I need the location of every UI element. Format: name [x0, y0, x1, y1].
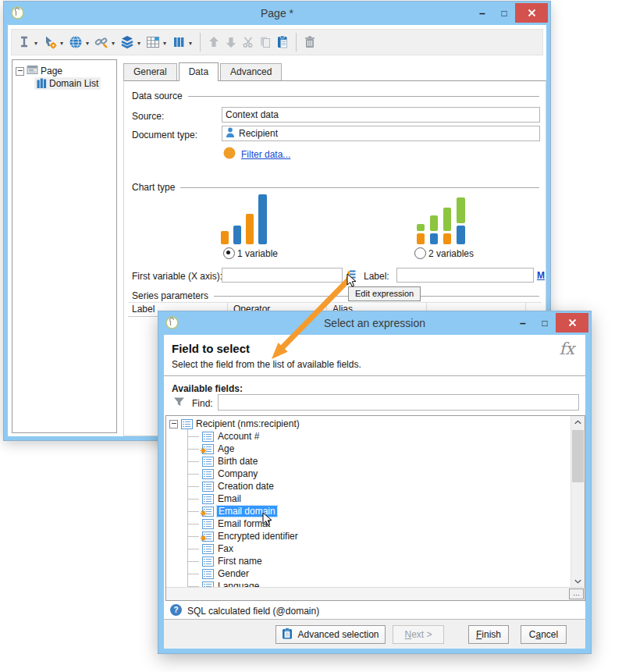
vertical-scrollbar[interactable]	[570, 416, 585, 587]
dialog-titlebar: Select an expression – □	[158, 311, 591, 335]
filter-status-icon	[223, 147, 236, 162]
mouse-cursor	[347, 273, 357, 291]
chart1-bar	[233, 226, 241, 244]
help-icon: ?	[170, 604, 182, 616]
collapse-expander-icon[interactable]	[169, 420, 178, 428]
field-label: First name	[218, 556, 262, 567]
field-list-icon	[202, 469, 214, 479]
layers-icon[interactable]	[119, 32, 136, 52]
find-input[interactable]	[218, 394, 579, 411]
scroll-down-button[interactable]	[571, 575, 585, 587]
scrollbar-thumb[interactable]	[572, 430, 584, 482]
list-item[interactable]: Fax	[187, 542, 233, 555]
list-item[interactable]: Creation date	[187, 480, 274, 492]
list-item[interactable]: Email format	[187, 517, 270, 530]
globe-dropdown-caret[interactable]: ▾	[86, 40, 89, 47]
list-item[interactable]: Company	[187, 468, 258, 480]
chart2-bar	[417, 233, 425, 244]
maximize-button[interactable]: □	[493, 3, 515, 23]
chart1-bar	[221, 231, 229, 244]
list-item[interactable]: Age	[187, 443, 234, 455]
tree-item-domain-list[interactable]: Domain List	[34, 77, 101, 90]
advanced-selection-label: Advanced selection	[297, 629, 379, 640]
find-label: Find:	[192, 398, 213, 409]
list-item[interactable]: First name	[187, 555, 262, 567]
close-button[interactable]	[515, 3, 548, 23]
axis-label-input[interactable]	[396, 268, 534, 283]
advanced-selection-button[interactable]: Advanced selection	[275, 625, 386, 644]
minimize-button[interactable]: –	[512, 313, 534, 332]
source-field[interactable]: Context data	[222, 107, 540, 123]
table-grid-icon[interactable]	[144, 32, 162, 52]
list-item-root[interactable]: Recipient (nms:recipient)	[169, 418, 300, 430]
list-item[interactable]: Gender	[187, 567, 249, 580]
layers-dropdown-caret[interactable]: ▾	[137, 40, 140, 47]
close-button[interactable]	[556, 313, 588, 332]
document-type-field[interactable]: Recipient	[222, 126, 540, 141]
source-label: Source:	[132, 111, 164, 122]
activity-dropdown-caret[interactable]: ▾	[34, 40, 37, 47]
link-icon[interactable]	[93, 32, 110, 52]
x-axis-input[interactable]	[222, 268, 343, 283]
tree-item-label: Page	[41, 66, 62, 76]
field-list-icon	[202, 544, 214, 554]
bar-chart-node-icon	[37, 77, 47, 91]
chart2-bar	[457, 226, 465, 244]
chart2-bar	[443, 233, 451, 244]
toolbar-separator	[296, 33, 297, 52]
screen: Page * – □ ▾ ▾ ▾ ▾ ▾ ▾ ▾	[0, 0, 622, 672]
link-dropdown-caret[interactable]: ▾	[112, 40, 115, 47]
columns-dropdown-caret[interactable]: ▾	[189, 40, 192, 47]
activity-tool-icon[interactable]	[16, 32, 33, 52]
column-header-label[interactable]: Label	[132, 304, 155, 315]
chart2-bar	[443, 208, 451, 231]
ellipsis-button[interactable]: …	[569, 588, 584, 599]
copy-icon	[257, 32, 274, 52]
field-label: Account #	[218, 431, 259, 442]
list-item[interactable]: Birth date	[187, 455, 258, 468]
collapse-expander-icon[interactable]	[16, 67, 24, 76]
two-variables-label: 2 variables	[428, 248, 474, 259]
one-variable-radio[interactable]	[223, 247, 235, 259]
tab-general[interactable]: General	[123, 63, 177, 80]
dialog-client: Field to select Select the field from th…	[164, 335, 585, 648]
cut-icon	[240, 32, 257, 52]
table-dropdown-caret[interactable]: ▾	[163, 40, 166, 47]
delete-trash-icon[interactable]	[301, 32, 318, 52]
field-label: Birth date	[218, 456, 258, 467]
field-list-icon	[202, 457, 214, 467]
list-item[interactable]: Account #	[187, 430, 259, 443]
scroll-up-button[interactable]	[571, 416, 585, 428]
field-list-icon	[202, 444, 214, 454]
dialog-button-bar: Advanced selection Next > Finish Cancel	[164, 619, 585, 649]
maximize-button[interactable]: □	[534, 313, 556, 332]
tab-data[interactable]: Data	[179, 62, 219, 81]
minimize-button[interactable]: –	[471, 3, 493, 23]
tab-advanced[interactable]: Advanced	[220, 63, 282, 80]
tree-item-page[interactable]: Page	[16, 65, 62, 77]
cancel-button[interactable]: Cancel	[521, 625, 567, 644]
two-variables-radio[interactable]	[414, 247, 426, 259]
field-list-icon	[202, 494, 214, 504]
status-text: SQL calculated field (@domain)	[187, 606, 319, 617]
columns-chart-icon[interactable]	[170, 32, 187, 52]
field-label: Company	[218, 468, 258, 479]
field-label: Gender	[218, 568, 249, 579]
pointer-dropdown-caret[interactable]: ▾	[60, 40, 63, 47]
filter-data-link[interactable]: Filter data...	[241, 149, 290, 160]
page-titlebar: Page * – □	[4, 2, 550, 25]
paste-icon[interactable]	[274, 32, 291, 52]
chart-type-group-header: Chart type	[132, 182, 539, 193]
globe-icon[interactable]	[67, 32, 84, 52]
document-type-value: Recipient	[239, 128, 278, 139]
finish-button[interactable]: Finish	[468, 625, 509, 644]
field-label: Email	[218, 493, 241, 504]
field-label: Age	[218, 443, 234, 454]
clipboard-icon	[282, 628, 293, 642]
chart1-bar	[258, 194, 267, 244]
m-link[interactable]: M	[537, 270, 545, 281]
pointer-settings-icon[interactable]	[41, 32, 59, 52]
list-item[interactable]: Encrypted identifier	[187, 530, 298, 542]
next-button: Next >	[393, 625, 444, 644]
list-item[interactable]: Email	[187, 492, 241, 505]
